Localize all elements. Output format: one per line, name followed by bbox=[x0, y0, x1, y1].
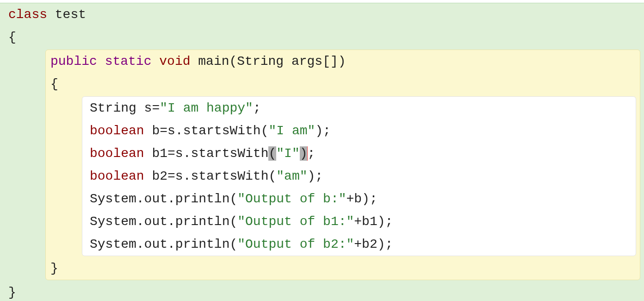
method-signature: main(String args[]) bbox=[191, 54, 346, 69]
string-literal: "Output of b1:" bbox=[237, 214, 354, 229]
class-name: test bbox=[47, 7, 86, 22]
method-open-brace: { bbox=[50, 73, 640, 95]
method-close-brace: } bbox=[50, 257, 640, 280]
method-body-block: String s="I am happy"; boolean b=s.start… bbox=[82, 96, 636, 256]
keyword-static: static bbox=[105, 54, 152, 69]
class-open-brace: { bbox=[8, 26, 644, 49]
method-signature-line: public static void main(String args[]) bbox=[50, 50, 640, 73]
keyword-public: public bbox=[50, 54, 97, 69]
class-decl-line: class test bbox=[8, 3, 644, 26]
code-line-6: System.out.println("Output of b1:"+b1); bbox=[90, 210, 636, 233]
code-line-7: System.out.println("Output of b2:"+b2); bbox=[90, 233, 636, 256]
keyword-class: class bbox=[8, 7, 47, 22]
matched-paren-close: ) bbox=[300, 146, 308, 161]
string-literal: "Output of b2:" bbox=[237, 237, 354, 251]
code-editor-view: class test { public static void main(Str… bbox=[0, 0, 644, 301]
code-line-1: String s="I am happy"; bbox=[90, 97, 636, 119]
string-literal: "am" bbox=[276, 169, 307, 183]
class-block: class test { public static void main(Str… bbox=[0, 3, 644, 301]
keyword-boolean: boolean bbox=[90, 146, 144, 161]
method-block: public static void main(String args[]) {… bbox=[45, 50, 640, 280]
code-line-5: System.out.println("Output of b:"+b); bbox=[90, 188, 636, 210]
matched-paren-open: ( bbox=[268, 146, 276, 161]
string-literal: "I am happy" bbox=[160, 101, 253, 115]
string-literal: "I am" bbox=[268, 124, 315, 138]
code-line-2: boolean b=s.startsWith("I am"); bbox=[90, 119, 636, 142]
keyword-boolean: boolean bbox=[90, 169, 144, 183]
class-close-brace: } bbox=[8, 281, 644, 301]
keyword-void: void bbox=[159, 54, 190, 69]
string-literal: "Output of b:" bbox=[237, 192, 346, 206]
code-line-3: boolean b1=s.startsWith("I"); bbox=[90, 142, 636, 165]
code-line-4: boolean b2=s.startsWith("am"); bbox=[90, 165, 636, 188]
keyword-boolean: boolean bbox=[90, 124, 144, 138]
string-literal: "I" bbox=[276, 146, 299, 161]
